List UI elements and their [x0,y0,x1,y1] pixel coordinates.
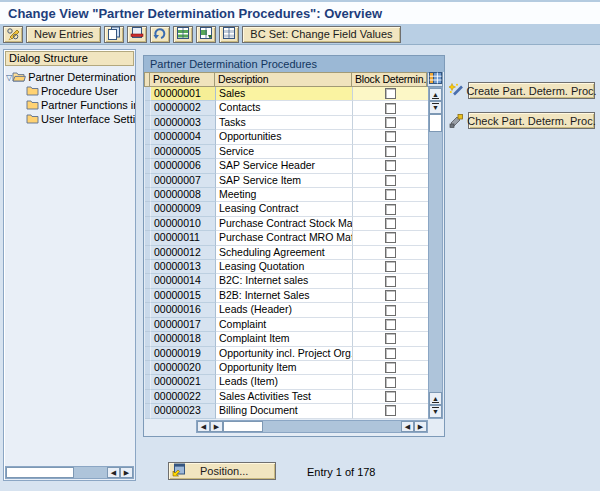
procedure-cell[interactable]: 00000009 [151,202,216,216]
scroll-left-end-button[interactable]: ◀ [401,421,414,432]
procedure-cell[interactable]: 00000007 [151,174,216,188]
select-block-button[interactable] [196,26,216,43]
procedure-cell[interactable]: 00000015 [151,289,216,303]
procedure-cell[interactable]: 00000017 [151,318,216,332]
description-cell[interactable]: Opportunities [216,130,353,144]
description-cell[interactable]: Contacts [216,101,353,115]
procedure-cell[interactable]: 00000011 [151,231,216,245]
scroll-right-end-button[interactable]: ▶ [414,421,427,432]
procedure-cell[interactable]: 00000020 [151,361,216,375]
procedure-cell[interactable]: 00000012 [151,246,216,260]
description-cell[interactable]: Sales Activities Test [216,390,353,404]
procedure-cell[interactable]: 00000014 [151,274,216,288]
check-tool-icon[interactable] [449,113,465,129]
description-cell[interactable]: Complaint Item [216,332,353,346]
vscroll-thumb[interactable] [429,114,442,132]
procedure-cell[interactable]: 00000023 [151,404,216,418]
column-header-block-determin[interactable]: Block Determin. [352,72,427,87]
description-cell[interactable]: SAP Service Header [216,159,353,173]
check-part-determ-proc-button[interactable]: Check Part. Determ. Proc. [468,112,595,129]
procedure-cell[interactable]: 00000010 [151,217,216,231]
column-header-description[interactable]: Description [215,72,352,87]
description-cell[interactable]: Sales [216,87,353,101]
procedure-cell[interactable]: 00000021 [151,375,216,389]
undo-button[interactable] [150,26,170,43]
description-cell[interactable]: Meeting [216,188,353,202]
block-determin-checkbox[interactable] [385,232,396,243]
block-determin-checkbox[interactable] [385,261,396,272]
block-determin-checkbox[interactable] [385,391,396,402]
procedure-cell[interactable]: 00000018 [151,332,216,346]
description-cell[interactable]: B2C: Internet sales [216,274,353,288]
procedure-cell[interactable]: 00000002 [151,101,216,115]
table-vscrollbar[interactable]: ▲ ▼ ▲ ▼ [428,87,443,419]
block-determin-checkbox[interactable] [385,189,396,200]
description-cell[interactable]: B2B: Internet Sales [216,289,353,303]
block-determin-checkbox[interactable] [385,405,396,416]
procedure-cell[interactable]: 00000004 [151,130,216,144]
hscroll-thumb[interactable] [223,421,263,432]
new-entries-button[interactable]: New Entries [26,26,101,43]
description-cell[interactable]: Billing Document [216,404,353,418]
block-determin-checkbox[interactable] [385,160,396,171]
procedure-cell[interactable]: 00000019 [151,347,216,361]
block-determin-checkbox[interactable] [385,146,396,157]
procedure-cell[interactable]: 00000016 [151,303,216,317]
scroll-right-button[interactable]: ▶ [210,421,223,432]
description-cell[interactable]: Purchase Contract Stock Matl [216,217,353,231]
vscroll-track[interactable] [429,132,442,392]
column-header-procedure[interactable]: Procedure [150,72,215,87]
scroll-up-button[interactable]: ▲ [429,88,442,101]
description-cell[interactable]: Leads (Item) [216,375,353,389]
block-determin-checkbox[interactable] [385,175,396,186]
procedure-cell[interactable]: 00000008 [151,188,216,202]
description-cell[interactable]: Purchase Contract MRO Material [216,231,353,245]
bc-set-button[interactable]: BC Set: Change Field Values [242,26,400,43]
hscroll-track[interactable] [263,421,401,432]
position-button[interactable]: Position... [168,462,276,480]
description-cell[interactable]: Opportunity Item [216,361,353,375]
procedure-cell[interactable]: 00000003 [151,116,216,130]
description-cell[interactable]: Tasks [216,116,353,130]
description-cell[interactable]: Opportunity incl. Project Org. [216,347,353,361]
description-cell[interactable]: Scheduling Agreement [216,246,353,260]
tree-node-procedure-user[interactable]: Procedure User [6,84,135,98]
create-wizard-icon[interactable] [449,83,465,99]
block-determin-checkbox[interactable] [385,276,396,287]
table-configuration-button[interactable] [427,72,443,87]
block-determin-checkbox[interactable] [385,377,396,388]
scroll-right-button[interactable]: ▶ [120,467,133,478]
block-determin-checkbox[interactable] [385,88,396,99]
procedure-cell[interactable]: 00000006 [151,159,216,173]
procedure-cell[interactable]: 00000013 [151,260,216,274]
description-cell[interactable]: Service [216,145,353,159]
description-cell[interactable]: Leasing Quotation [216,260,353,274]
block-determin-checkbox[interactable] [385,103,396,114]
hscroll-track[interactable] [74,467,107,478]
select-all-button[interactable] [173,26,193,43]
block-determin-checkbox[interactable] [385,131,396,142]
procedure-cell[interactable]: 00000005 [151,145,216,159]
procedure-cell[interactable]: 00000001 [151,87,216,101]
block-determin-checkbox[interactable] [385,204,396,215]
block-determin-checkbox[interactable] [385,117,396,128]
delete-button[interactable] [127,26,147,43]
block-determin-checkbox[interactable] [385,319,396,330]
tree-node-partner-functions[interactable]: Partner Functions in [6,98,135,112]
page-down-button[interactable]: ▼ [429,405,442,418]
block-determin-checkbox[interactable] [385,362,396,373]
deselect-all-button[interactable] [219,26,239,43]
scroll-left-button[interactable]: ◀ [107,467,120,478]
block-determin-checkbox[interactable] [385,348,396,359]
block-determin-checkbox[interactable] [385,218,396,229]
description-cell[interactable]: Complaint [216,318,353,332]
dialog-panel-hscrollbar[interactable]: ◀ ▶ [5,466,134,479]
page-up-button[interactable]: ▲ [429,392,442,405]
block-determin-checkbox[interactable] [385,305,396,316]
description-cell[interactable]: Leads (Header) [216,303,353,317]
scroll-left-button[interactable]: ◀ [197,421,210,432]
description-cell[interactable]: SAP Service Item [216,174,353,188]
description-cell[interactable]: Leasing Contract [216,202,353,216]
tree-node-partner-determination[interactable]: ▽ Partner Determination Pr [6,70,135,84]
create-part-determ-proc-button[interactable]: Create Part. Determ. Proc. [468,82,595,99]
